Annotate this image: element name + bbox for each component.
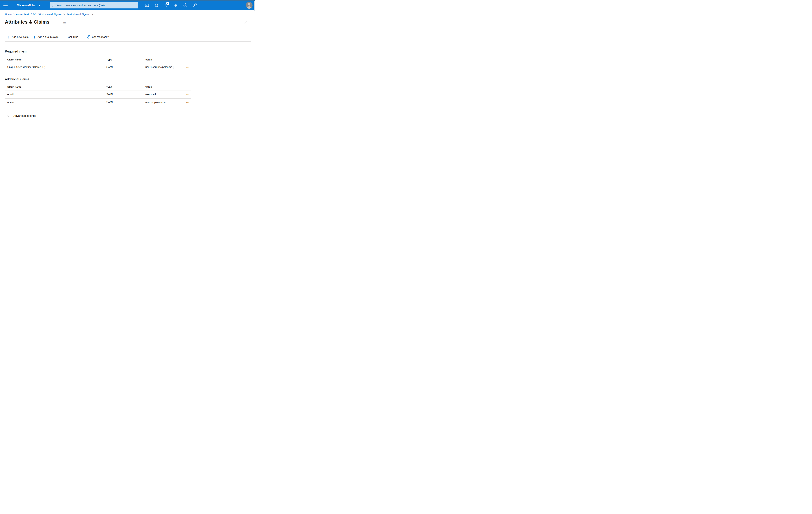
hamburger-menu-icon[interactable]	[3, 3, 8, 7]
section-heading-additional-claims: Additional claims	[5, 77, 29, 81]
table-row[interactable]: email SAML user.mail •••	[5, 91, 191, 99]
add-group-claim-button[interactable]: Add a group claim	[33, 35, 58, 38]
type-cell: SAML	[106, 101, 145, 104]
breadcrumb-home[interactable]: Home	[5, 13, 12, 16]
plus-icon	[33, 36, 36, 38]
breadcrumb: Home > Azure SAML SSO | SAML-based Sign-…	[5, 13, 93, 16]
breadcrumb-separator: >	[63, 13, 65, 16]
columns-icon	[63, 36, 66, 38]
help-glyph: ?	[185, 4, 186, 6]
column-header-type: Type	[106, 58, 145, 61]
avatar-head	[248, 3, 251, 5]
toolbar-rule	[5, 42, 251, 42]
avatar-shoulders	[247, 6, 252, 9]
got-feedback-label: Got feedback?	[92, 35, 109, 38]
global-search[interactable]	[50, 2, 138, 8]
breadcrumb-saml-signon[interactable]: SAML-based Sign-on	[66, 13, 90, 16]
row-more-icon[interactable]: •••	[186, 93, 190, 96]
claim-name-cell: email	[7, 93, 106, 96]
column-header-type: Type	[106, 85, 145, 88]
columns-label: Columns	[68, 35, 78, 38]
cloud-shell-icon[interactable]	[145, 3, 149, 7]
table-header-row: Claim name Type Value	[5, 56, 191, 63]
value-cell: user.mail	[145, 93, 182, 96]
command-bar: Add new claim Add a group claim Columns	[7, 34, 109, 40]
azure-portal-screen: Microsoft Azure	[0, 0, 255, 129]
additional-claims-table: Claim name Type Value email SAML user.ma…	[5, 83, 191, 106]
claim-name-cell: Unique User Identifier (Name ID)	[7, 66, 106, 69]
column-header-value: Value	[145, 58, 182, 61]
breadcrumb-separator: >	[13, 13, 14, 16]
search-icon	[52, 4, 55, 7]
add-new-claim-button[interactable]: Add new claim	[7, 35, 29, 38]
scrollbar[interactable]	[254, 1, 255, 10]
table-header-row: Claim name Type Value	[5, 83, 191, 91]
brand-logo[interactable]: Microsoft Azure	[17, 4, 40, 7]
table-row[interactable]: name SAML user.displayname •••	[5, 99, 191, 106]
value-cell: user.userprincipalname [...	[145, 66, 182, 69]
directories-filter-icon[interactable]	[154, 3, 158, 7]
feedback-icon[interactable]	[193, 3, 197, 7]
add-group-claim-label: Add a group claim	[37, 35, 58, 38]
search-input[interactable]	[56, 4, 136, 7]
settings-gear-icon[interactable]	[174, 3, 178, 7]
toolbar-divider	[83, 35, 83, 39]
close-blade-button[interactable]	[244, 21, 248, 24]
table-row[interactable]: Unique User Identifier (Name ID) SAML us…	[5, 63, 191, 71]
close-icon	[244, 21, 248, 24]
topbar-icon-group: 6	[145, 3, 197, 7]
plus-icon	[7, 36, 10, 38]
notifications-bell-icon[interactable]: 6	[164, 3, 168, 7]
advanced-settings-label: Advanced settings	[13, 114, 36, 117]
avatar[interactable]	[246, 2, 253, 9]
got-feedback-button[interactable]: Got feedback?	[86, 35, 109, 39]
title-more-icon[interactable]: •••	[63, 22, 66, 24]
breadcrumb-sso-app[interactable]: Azure SAML SSO | SAML-based Sign-on	[16, 13, 62, 16]
notification-count-badge: 6	[166, 2, 169, 5]
add-new-claim-label: Add new claim	[12, 35, 29, 38]
column-header-claim-name: Claim name	[7, 85, 106, 88]
help-icon[interactable]: ?	[183, 3, 187, 7]
row-more-icon[interactable]: •••	[186, 66, 190, 68]
breadcrumb-separator: >	[92, 13, 93, 16]
type-cell: SAML	[106, 66, 145, 69]
value-cell: user.displayname	[145, 101, 182, 104]
column-header-claim-name: Claim name	[7, 58, 106, 61]
column-header-value: Value	[145, 85, 182, 88]
claim-name-cell: name	[7, 101, 106, 104]
chevron-down-icon	[7, 115, 10, 117]
row-more-icon[interactable]: •••	[186, 102, 190, 103]
topbar: Microsoft Azure	[0, 0, 255, 10]
required-claim-table: Claim name Type Value Unique User Identi…	[5, 56, 191, 71]
columns-button[interactable]: Columns	[63, 35, 78, 38]
advanced-settings-expander[interactable]: Advanced settings	[7, 114, 36, 117]
feedback-icon	[86, 35, 90, 39]
section-heading-required-claim: Required claim	[5, 50, 27, 53]
page-title: Attributes & Claims	[5, 19, 50, 25]
type-cell: SAML	[106, 93, 145, 96]
